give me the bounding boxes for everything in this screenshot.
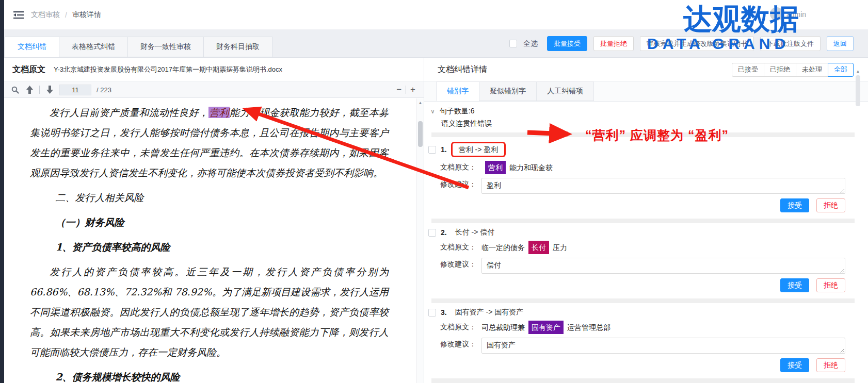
- user-avatar[interactable]: [770, 7, 783, 21]
- doc-heading-1: 二、发行人相关风险: [55, 188, 389, 208]
- document-panel: 文档原文 Y-3北京城建投资发展股份有限公司2017年度第一期中期票据募集说明书…: [4, 58, 424, 383]
- batch-actions: 全选 批量接受 批量拒绝 审核完成并生成修改版募集说明书 下载批注版文件 返回: [509, 36, 868, 51]
- top-header: 文档审核 / 审核详情: [4, 0, 868, 29]
- item-index: 3.: [441, 308, 447, 317]
- batch-reject-button[interactable]: 批量拒绝: [593, 36, 634, 51]
- tab-typos[interactable]: 错别字: [436, 81, 479, 101]
- doc-heading-3: 1、资产负债率较高的风险: [55, 237, 389, 257]
- accept-button[interactable]: 接受: [780, 198, 809, 212]
- original-text-label: 文档原文：: [440, 161, 481, 173]
- original-text-label: 文档原文：: [440, 241, 481, 253]
- correction-item-1: 1. 营利 -> 盈利 文档原文： 营利能力和现金获 修改建议： 盈利: [427, 137, 868, 216]
- main-tabbar: 文档纠错 表格格式纠错 财务一致性审核 财务科目抽取 全选 批量接受 批量拒绝 …: [4, 29, 868, 58]
- doc-heading-4: 2、债务规模增长较快的风险: [55, 367, 389, 383]
- item-index: 1.: [441, 145, 447, 154]
- original-text-snippet: 司总裁助理兼固有资产运营管理总部: [481, 321, 610, 334]
- error-word-badge: 营利: [485, 161, 506, 174]
- item-change-label: 长付 -> 偿付: [455, 228, 495, 237]
- batch-accept-button[interactable]: 批量接受: [547, 36, 587, 51]
- menu-fold-icon[interactable]: [13, 11, 24, 19]
- main-tabs: 文档纠错 表格格式纠错 财务一致性审核 财务科目抽取: [5, 37, 272, 57]
- detail-scrollbar-thumb[interactable]: [856, 75, 860, 106]
- document-scrollbar-thumb[interactable]: [418, 121, 423, 147]
- filter-accepted[interactable]: 已接受: [732, 63, 764, 77]
- item-checkbox[interactable]: [428, 309, 436, 317]
- suggestion-label: 修改建议：: [440, 178, 481, 190]
- separator-band: [431, 378, 855, 383]
- document-title: 文档原文: [12, 64, 45, 75]
- scroll-up-arrow[interactable]: ▲: [855, 67, 861, 74]
- breadcrumb-current: 审核详情: [72, 10, 101, 20]
- zoom-controls: − +: [396, 85, 417, 95]
- sentence-group-header: ∨ 句子数量:6: [427, 105, 868, 118]
- correction-detail-panel: 文档纠错详情 已接受 已拒绝 未处理 全部 错别字 疑似错别字 人工纠错项 ∨ …: [424, 58, 868, 383]
- accept-button[interactable]: 接受: [780, 278, 809, 292]
- suggestion-input[interactable]: 偿付: [481, 258, 845, 274]
- reject-button[interactable]: 拒绝: [816, 358, 845, 372]
- download-annotated-button[interactable]: 下载批注版文件: [760, 36, 821, 51]
- back-button[interactable]: 返回: [827, 36, 854, 51]
- chevron-down-icon[interactable]: ∨: [430, 108, 435, 115]
- tab-suspected-typos[interactable]: 疑似错别字: [479, 81, 537, 101]
- filter-pending[interactable]: 未处理: [796, 63, 828, 77]
- page-total-label: / 223: [97, 86, 111, 94]
- zoom-in-button[interactable]: +: [410, 85, 415, 95]
- doc-paragraph-1: 发行人目前资产质量和流动性良好，营利能力和现金获取能力较好，截至本募集说明书签订…: [30, 103, 389, 183]
- toolbar-divider: [39, 86, 40, 94]
- tab-financial-consistency[interactable]: 财务一致性审核: [127, 37, 204, 57]
- tab-table-format[interactable]: 表格格式纠错: [59, 37, 128, 57]
- filter-rejected[interactable]: 已拒绝: [764, 63, 796, 77]
- document-text: 发行人目前资产质量和流动性良好，营利能力和现金获取能力较好，截至本募集说明书签订…: [30, 103, 389, 383]
- item-change-label: 固有资产 -> 国有资产: [455, 308, 524, 317]
- item-index: 2.: [441, 228, 447, 237]
- collapsed-sidebar[interactable]: [0, 0, 4, 383]
- zoom-divider: [406, 86, 406, 94]
- select-all-label: 全选: [523, 39, 538, 48]
- separator-band: [431, 298, 855, 303]
- original-text-snippet: 临一定的债务长付压力: [481, 241, 567, 254]
- sentence-count-label: 句子数量:6: [440, 107, 475, 116]
- zoom-out-button[interactable]: −: [396, 85, 401, 95]
- doc-error-highlight[interactable]: 营利: [208, 107, 230, 118]
- filter-all[interactable]: 全部: [828, 63, 854, 77]
- page-down-icon[interactable]: [45, 85, 54, 94]
- suggestion-label: 修改建议：: [440, 258, 481, 270]
- tab-financial-subject[interactable]: 财务科目抽取: [203, 37, 272, 57]
- tab-manual-corrections[interactable]: 人工纠错项: [536, 81, 594, 101]
- detail-header: 文档纠错详情 已接受 已拒绝 未处理 全部: [424, 58, 868, 82]
- finish-review-button[interactable]: 审核完成并生成修改版募集说明书: [640, 36, 754, 51]
- error-type-label: 语义连贯性错误: [427, 118, 868, 130]
- username-label: admin: [786, 10, 806, 19]
- document-header: 文档原文 Y-3北京城建投资发展股份有限公司2017年度第一期中期票据募集说明书…: [4, 58, 424, 82]
- detail-title: 文档纠错详情: [438, 64, 487, 75]
- document-viewport[interactable]: 发行人目前资产质量和流动性良好，营利能力和现金获取能力较好，截至本募集说明书签订…: [4, 98, 416, 383]
- detail-tabs: 错别字 疑似错别字 人工纠错项: [424, 82, 868, 102]
- scroll-up-arrow[interactable]: ▲: [417, 98, 424, 105]
- item-checkbox[interactable]: [428, 229, 436, 237]
- reject-button[interactable]: 拒绝: [816, 198, 845, 212]
- detail-scrollbar[interactable]: ▲: [855, 67, 861, 383]
- doc-heading-2: （一）财务风险: [55, 212, 389, 232]
- page-up-icon[interactable]: [25, 85, 34, 94]
- correction-list: ∨ 句子数量:6 语义连贯性错误 1. 营利 -> 盈利 文档原文： 营: [424, 102, 868, 383]
- document-scrollbar[interactable]: ▲: [416, 98, 424, 383]
- breadcrumb-separator: /: [65, 11, 67, 19]
- suggestion-label: 修改建议：: [440, 338, 481, 350]
- suggestion-input[interactable]: 国有资产: [481, 338, 845, 354]
- document-toolbar: / 223 − +: [4, 82, 424, 98]
- original-text-snippet: 营利能力和现金获: [481, 161, 553, 174]
- reject-button[interactable]: 拒绝: [816, 278, 845, 292]
- doc-paragraph-2: 发行人的资产负债率较高。近三年及一期，发行人资产负债率分别为 66.86%、68…: [30, 262, 389, 362]
- accept-button[interactable]: 接受: [780, 358, 809, 372]
- item-checkbox[interactable]: [428, 146, 436, 154]
- suggestion-input[interactable]: 盈利: [481, 178, 845, 194]
- page-number-input[interactable]: [59, 85, 91, 95]
- select-all-checkbox[interactable]: [509, 40, 517, 47]
- breadcrumb-section[interactable]: 文档审核: [31, 10, 60, 20]
- breadcrumb: 文档审核 / 审核详情: [31, 10, 101, 20]
- separator-band: [431, 219, 855, 223]
- separator-band: [431, 132, 855, 137]
- search-icon[interactable]: [10, 85, 20, 94]
- error-word-badge: 长付: [528, 241, 549, 254]
- tab-doc-correction[interactable]: 文档纠错: [5, 37, 59, 57]
